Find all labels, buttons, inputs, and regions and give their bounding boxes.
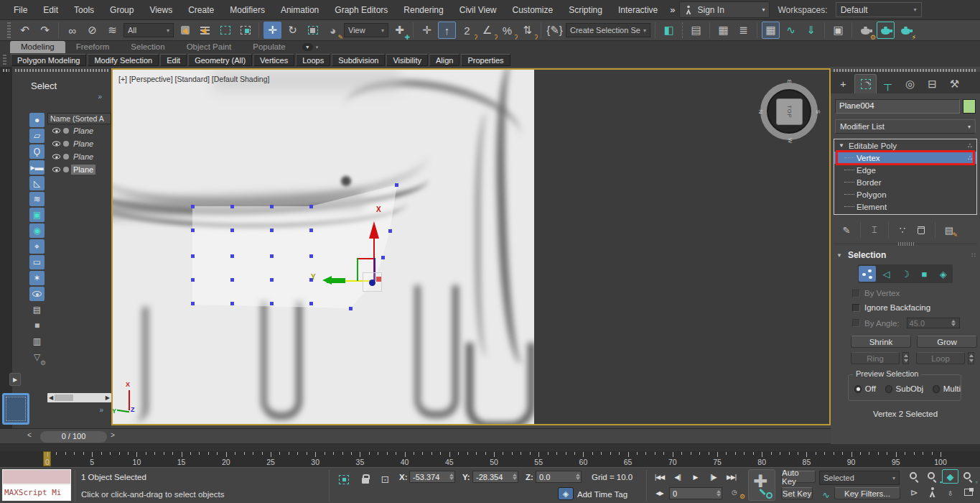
- explorer-row[interactable]: Plane: [47, 163, 111, 176]
- select-and-scale-button[interactable]: [304, 22, 322, 39]
- ribbon-tab-freeform[interactable]: Freeform: [65, 41, 121, 53]
- y-coordinate-field[interactable]: -28.354: [472, 471, 518, 483]
- maxscript-mini-listener-pink[interactable]: [2, 469, 71, 484]
- object-name-field[interactable]: Plane004: [835, 99, 960, 114]
- track-bar-ruler[interactable]: 0510152025303540455055606570758085909510…: [0, 451, 980, 467]
- menu-group[interactable]: Group: [102, 5, 141, 15]
- viewcube-south-label[interactable]: S: [815, 110, 821, 114]
- ribbon-minimize-toggle[interactable]: ▼: [302, 43, 313, 51]
- by-vertex-checkbox[interactable]: [852, 290, 860, 297]
- explorer-row[interactable]: Plane: [47, 124, 111, 137]
- time-slider-button[interactable]: 0 / 100: [40, 431, 107, 443]
- time-configuration-button[interactable]: ◷⚙: [725, 486, 743, 498]
- menu-views[interactable]: Views: [141, 5, 180, 15]
- orbit-button[interactable]: ♁: [942, 485, 958, 499]
- play-button[interactable]: ▶: [686, 471, 704, 483]
- visibility-eye-icon[interactable]: [52, 167, 60, 172]
- ribbon-tab-modeling[interactable]: Modeling: [10, 41, 65, 53]
- vertex-point[interactable]: [388, 229, 392, 233]
- dock-drag-handle[interactable]: [3, 69, 9, 72]
- pin-stack-button[interactable]: ✎: [839, 223, 854, 236]
- vertex-point[interactable]: [270, 229, 274, 232]
- key-mode-toggle[interactable]: ◀▶: [650, 487, 668, 499]
- vertex-point[interactable]: [309, 205, 313, 208]
- zoom-button[interactable]: [906, 469, 923, 484]
- display-list-view-icon[interactable]: ▤: [29, 303, 45, 317]
- element-subobject-button[interactable]: ◈: [935, 266, 952, 282]
- ring-button[interactable]: Ring: [851, 352, 900, 364]
- menu-customize[interactable]: Customize: [505, 5, 561, 15]
- stack-item-polygon[interactable]: Polygon: [834, 188, 976, 200]
- vertex-point[interactable]: [270, 302, 274, 305]
- menu-edit[interactable]: Edit: [35, 5, 66, 15]
- toggle-ribbon-button[interactable]: ▦: [762, 22, 780, 39]
- gizmo-plane-handle-top[interactable]: [357, 258, 375, 259]
- explorer-row[interactable]: Plane: [47, 137, 111, 150]
- mirror-button[interactable]: ◧: [660, 22, 678, 39]
- slider-forward-arrow[interactable]: >: [111, 431, 115, 439]
- perspective-viewport[interactable]: [+] [Perspective] [Standard] [Default Sh…: [111, 68, 831, 425]
- vertex-point[interactable]: [309, 229, 313, 232]
- display-tab[interactable]: ⊟: [921, 74, 943, 93]
- isolate-selection-toggle[interactable]: ◈: [558, 487, 574, 500]
- motion-tab[interactable]: ◎: [899, 74, 921, 93]
- select-and-move-button[interactable]: ✛: [263, 22, 281, 39]
- redo-button[interactable]: ↷: [36, 22, 54, 39]
- viewport-layout-tab[interactable]: [2, 393, 29, 425]
- border-subobject-button[interactable]: ☽: [897, 266, 914, 282]
- vertex-point[interactable]: [230, 254, 234, 258]
- key-filters-button[interactable]: Key Filters...: [834, 487, 900, 499]
- viewcube-west-label[interactable]: W: [787, 138, 793, 144]
- explorer-drag-handle[interactable]: [15, 69, 108, 72]
- spinner-snap-toggle[interactable]: ⇅ʔ: [518, 22, 536, 39]
- cameras-filter-icon[interactable]: ▸▬: [29, 160, 45, 175]
- vertex-subobject-button[interactable]: [859, 266, 876, 282]
- explorer-expand-link-2[interactable]: »: [99, 406, 104, 414]
- selection-set-dropdown[interactable]: Selected ▾: [819, 471, 900, 485]
- render-production-button[interactable]: ⚡: [897, 22, 915, 39]
- rectangular-selection-region-button[interactable]: [216, 22, 234, 39]
- lights-filter-icon[interactable]: Ϙ: [29, 144, 45, 159]
- ribbon-panel-geometry-all-[interactable]: Geometry (All): [188, 54, 252, 66]
- time-slider-track[interactable]: < 0 / 100 >: [0, 428, 831, 444]
- curve-editor-button[interactable]: ∿: [782, 22, 800, 39]
- x-spinner[interactable]: [448, 472, 454, 481]
- manage-layers-button[interactable]: ▤: [687, 22, 705, 39]
- toolbar-drag-handle[interactable]: [7, 22, 11, 38]
- dock-flyout-button[interactable]: ▶: [9, 373, 21, 386]
- sign-in-dropdown[interactable]: Sign In ▾: [679, 1, 770, 18]
- preview-multi-radio[interactable]: [933, 385, 940, 393]
- field-of-view-button[interactable]: ⊳: [906, 485, 923, 499]
- helpers-filter-icon[interactable]: ◺: [29, 176, 45, 190]
- auto-key-button[interactable]: Auto Key: [781, 471, 816, 483]
- snaps-toggle[interactable]: ↑: [438, 22, 456, 39]
- menu-animation[interactable]: Animation: [273, 5, 327, 15]
- stack-item-border[interactable]: Border: [834, 176, 976, 188]
- menu-file[interactable]: File: [6, 5, 35, 15]
- menu-civil-view[interactable]: Civil View: [452, 5, 505, 15]
- menu-tools[interactable]: Tools: [66, 5, 102, 15]
- zoom-region-button[interactable]: ▫: [960, 469, 976, 484]
- vertex-point[interactable]: [309, 302, 313, 305]
- vertex-point[interactable]: [191, 229, 195, 232]
- edit-named-selection-sets-button[interactable]: {✎}: [546, 22, 564, 39]
- set-key-button[interactable]: Set Key: [781, 487, 813, 499]
- select-and-place-button[interactable]: ◕✎: [324, 22, 342, 39]
- current-frame-field[interactable]: 0: [669, 487, 722, 499]
- vertex-point[interactable]: [395, 183, 398, 187]
- zoom-all-button[interactable]: ▪: [924, 469, 941, 484]
- ribbon-tab-selection[interactable]: Selection: [120, 41, 175, 53]
- vertex-point[interactable]: [309, 254, 313, 258]
- ribbon-panel-edit[interactable]: Edit: [160, 54, 187, 66]
- z-coordinate-field[interactable]: 0.0: [536, 471, 582, 483]
- menu-graph-editors[interactable]: Graph Editors: [327, 5, 396, 15]
- grow-button[interactable]: Grow: [917, 336, 977, 348]
- frame-spinner[interactable]: [715, 489, 722, 498]
- select-by-name-button[interactable]: [196, 22, 214, 39]
- window-crossing-toggle[interactable]: [236, 22, 254, 39]
- ribbon-panel-subdivision[interactable]: Subdivision: [332, 54, 385, 66]
- menu-scripting[interactable]: Scripting: [561, 5, 610, 15]
- edge-subobject-button[interactable]: ◁: [878, 266, 895, 282]
- ring-spinner[interactable]: [902, 352, 909, 364]
- explorer-scrollbar[interactable]: ◀ ▶: [47, 393, 111, 402]
